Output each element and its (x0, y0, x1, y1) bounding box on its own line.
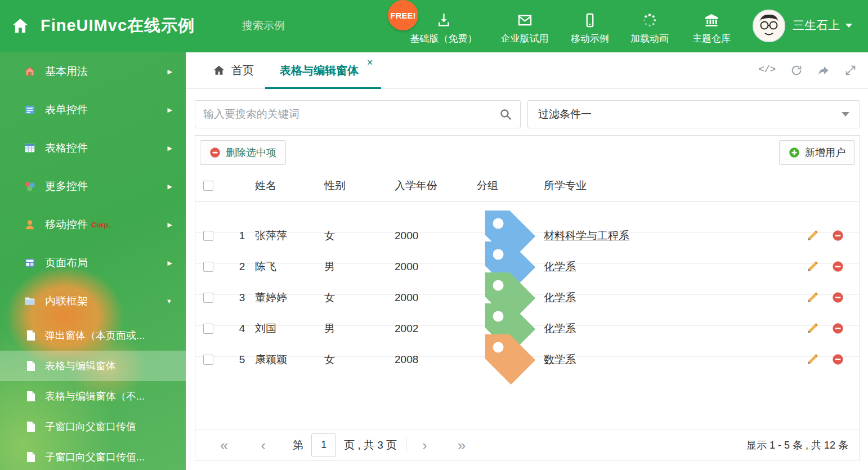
sidebar: 基本用法 ▶ 表单控件 ▶ 表格控件 ▶ 更多控件 ▶ 移动控件 Corp. ▶ (0, 52, 186, 470)
file-icon (26, 330, 36, 341)
delete-row-icon[interactable] (832, 292, 844, 303)
nav-item-enterprise-trial[interactable]: 企业版试用 (501, 12, 549, 45)
sidebar-item-form-controls[interactable]: 表单控件 ▶ (0, 91, 186, 129)
sidebar-item-more-controls[interactable]: 更多控件 ▶ (0, 167, 186, 205)
chevron-right-icon: ▶ (168, 221, 172, 229)
edit-icon[interactable] (807, 353, 818, 365)
major-link[interactable]: 数学系 (544, 353, 576, 365)
user-avatar[interactable] (753, 10, 785, 42)
major-link[interactable]: 化学系 (544, 292, 576, 303)
sidebar-item-label: 移动控件 (45, 217, 88, 232)
close-icon[interactable]: ✕ (366, 59, 373, 66)
major-link[interactable]: 化学系 (544, 261, 576, 272)
search-icon[interactable] (499, 108, 512, 121)
spinner-icon (642, 12, 657, 28)
delete-row-icon[interactable] (832, 261, 844, 272)
cell-gender: 男 (324, 259, 395, 274)
column-header-year: 入学年份 (395, 178, 477, 193)
header-search (242, 16, 357, 36)
column-header-gender: 性别 (324, 178, 395, 193)
row-checkbox[interactable] (203, 355, 213, 365)
add-user-button[interactable]: 新增用户 (779, 140, 855, 165)
keyword-search-box (195, 100, 521, 128)
grid-panel: 删除选中项 新增用户 姓名 性别 入学年份 分组 所学专业 1 张萍萍 女 (195, 135, 860, 460)
sidebar-item-inline-frame[interactable]: 内联框架 ▼ (0, 282, 186, 320)
home-icon (24, 65, 36, 78)
row-checkbox[interactable] (203, 324, 213, 334)
expand-icon[interactable] (844, 64, 857, 77)
sidebar-subitem-child-to-parent-2[interactable]: 子窗口向父窗口传值... (0, 442, 186, 470)
select-all-checkbox[interactable] (203, 181, 213, 191)
sidebar-item-page-layout[interactable]: 页面布局 ▶ (0, 244, 186, 282)
table-header-row: 姓名 性别 入学年份 分组 所学专业 (195, 169, 860, 202)
sidebar-subitem-child-to-parent[interactable]: 子窗口向父窗口传值 (0, 411, 186, 442)
edit-icon[interactable] (807, 292, 818, 303)
sidebar-item-label: 内联框架 (45, 294, 88, 308)
download-icon (436, 12, 451, 28)
minus-circle-icon (209, 147, 221, 158)
page-number-input[interactable] (311, 433, 336, 457)
sidebar-subitem-grid-edit-window[interactable]: 表格与编辑窗体 (0, 351, 186, 381)
plus-circle-icon (789, 147, 800, 158)
delete-row-icon[interactable] (832, 230, 844, 241)
sidebar-item-mobile-controls[interactable]: 移动控件 Corp. ▶ (0, 205, 186, 244)
form-icon (24, 104, 36, 116)
nav-item-label: 企业版试用 (501, 32, 549, 45)
bank-icon (704, 12, 719, 28)
keyword-search-input[interactable] (203, 108, 499, 120)
page-label-prefix: 第 (293, 438, 303, 453)
sidebar-item-basic-usage[interactable]: 基本用法 ▶ (0, 52, 186, 91)
row-checkbox[interactable] (203, 231, 213, 241)
major-link[interactable]: 材料科学与工程系 (544, 230, 629, 241)
tab-bar: 首页 表格与编辑窗体 ✕ </> (186, 52, 868, 89)
chevron-down-icon (845, 24, 852, 28)
sidebar-item-grid-controls[interactable]: 表格控件 ▶ (0, 129, 186, 167)
nav-item-mobile-demo[interactable]: 移动示例 (571, 12, 609, 45)
edit-icon[interactable] (807, 261, 818, 272)
delete-selected-button[interactable]: 删除选中项 (200, 140, 286, 165)
edit-icon[interactable] (807, 323, 818, 334)
row-checkbox[interactable] (203, 262, 213, 272)
sidebar-subitem-grid-edit-window-2[interactable]: 表格与编辑窗体（不... (0, 381, 186, 411)
nav-item-theme-repo[interactable]: 主题仓库 (692, 12, 731, 45)
edit-icon[interactable] (807, 230, 818, 241)
delete-row-icon[interactable] (832, 323, 844, 334)
chevron-right-icon: ▶ (168, 183, 172, 190)
divider (406, 438, 406, 453)
prev-page-button[interactable]: ‹ (261, 438, 266, 453)
cell-name: 张萍萍 (255, 229, 324, 243)
tab-label: 首页 (231, 63, 254, 78)
person-icon (24, 218, 36, 231)
home-icon[interactable] (11, 17, 29, 35)
next-page-button[interactable]: › (422, 438, 427, 453)
nav-item-label: 移动示例 (571, 32, 609, 45)
chevron-right-icon: ▶ (168, 259, 172, 267)
first-page-button[interactable]: « (220, 438, 228, 453)
home-icon (213, 64, 225, 77)
row-index: 5 (229, 353, 255, 366)
corp-badge: Corp. (91, 221, 110, 229)
tab-grid-edit-window[interactable]: 表格与编辑窗体 ✕ (265, 52, 381, 88)
code-icon[interactable]: </> (758, 64, 776, 77)
nav-item-label: 加载动画 (630, 32, 669, 45)
filter-dropdown[interactable]: 过滤条件一 (527, 100, 860, 128)
mobile-icon (582, 12, 598, 28)
sidebar-subitem-label: 表格与编辑窗体 (45, 359, 116, 373)
user-menu[interactable]: 三生石上 (793, 17, 852, 33)
chevron-right-icon: ▶ (168, 106, 172, 114)
share-icon[interactable] (817, 64, 830, 77)
tab-home[interactable]: 首页 (202, 52, 265, 88)
header-search-input[interactable] (242, 20, 380, 32)
nav-item-loading-animations[interactable]: 加载动画 (630, 12, 669, 45)
cell-year: 2000 (395, 261, 477, 273)
sidebar-subitem-popup-window[interactable]: 弹出窗体（本页面或... (0, 320, 186, 351)
refresh-icon[interactable] (790, 64, 803, 77)
nav-item-basic-edition[interactable]: 基础版（免费） (410, 12, 477, 45)
row-checkbox[interactable] (203, 293, 213, 303)
file-icon (26, 421, 36, 432)
chevron-down-icon: ▼ (166, 298, 172, 305)
last-page-button[interactable]: » (458, 438, 466, 453)
major-link[interactable]: 化学系 (544, 323, 576, 334)
delete-row-icon[interactable] (832, 353, 844, 365)
sidebar-subitem-label: 子窗口向父窗口传值 (45, 420, 136, 433)
